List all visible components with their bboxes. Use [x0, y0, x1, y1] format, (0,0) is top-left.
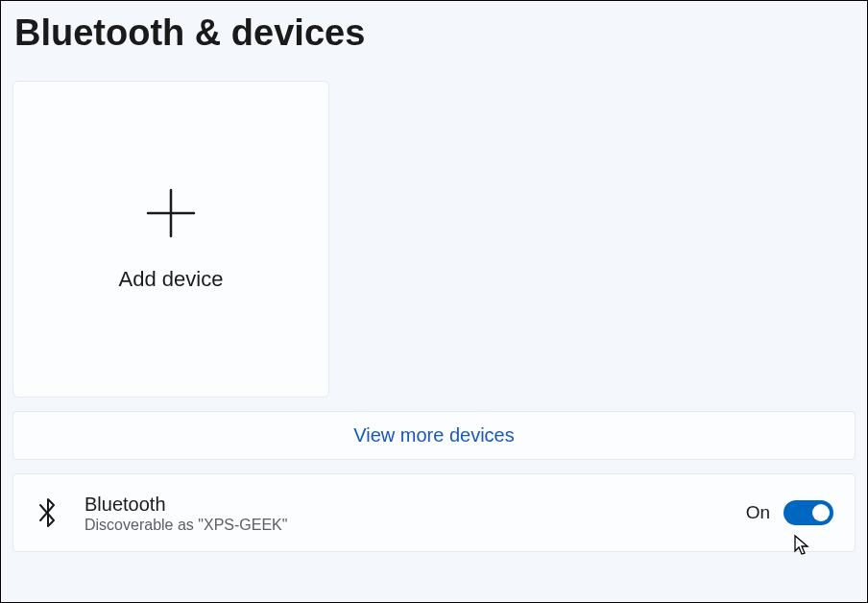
bluetooth-title: Bluetooth — [84, 492, 746, 517]
bluetooth-subtitle: Discoverable as "XPS-GEEK" — [84, 517, 746, 534]
bluetooth-icon — [35, 494, 61, 531]
bluetooth-setting-row: Bluetooth Discoverable as "XPS-GEEK" On — [12, 473, 856, 552]
bluetooth-text-group: Bluetooth Discoverable as "XPS-GEEK" — [84, 492, 746, 534]
cursor-icon — [793, 534, 812, 557]
toggle-thumb — [812, 504, 830, 521]
add-device-button[interactable]: Add device — [12, 81, 329, 398]
view-more-label: View more devices — [353, 424, 514, 446]
page-title: Bluetooth & devices — [14, 12, 856, 54]
add-device-label: Add device — [119, 267, 224, 292]
bluetooth-toggle-label: On — [746, 502, 770, 523]
plus-icon — [144, 186, 198, 240]
view-more-devices-button[interactable]: View more devices — [12, 411, 856, 460]
bluetooth-toggle-group: On — [746, 500, 833, 525]
bluetooth-toggle[interactable] — [784, 500, 833, 525]
